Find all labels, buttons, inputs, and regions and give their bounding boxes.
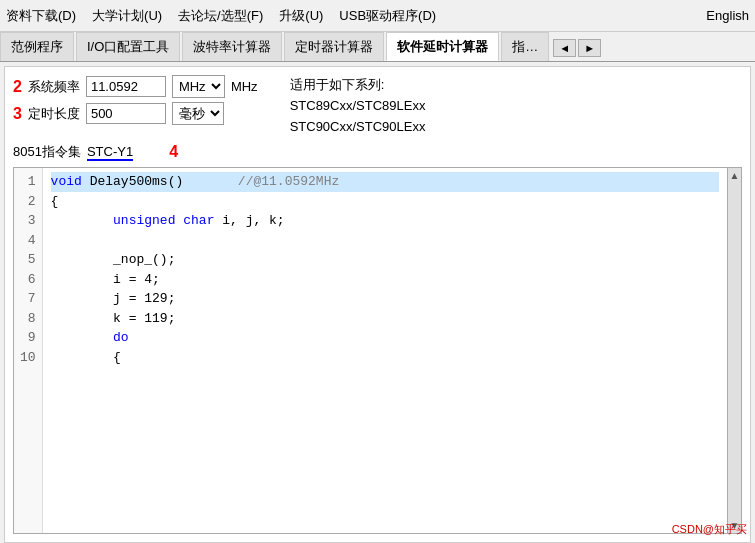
menu-usb[interactable]: USB驱动程序(D) xyxy=(339,7,436,25)
code-line-2: { xyxy=(51,192,719,212)
series-line-2: STC90Cxx/STC90LExx xyxy=(290,117,426,138)
config-right: 适用于如下系列: STC89Cxx/STC89LExx STC90Cxx/STC… xyxy=(270,75,426,137)
annot-2: 2 xyxy=(13,78,22,96)
timer-label: 定时长度 xyxy=(28,105,80,123)
isa-label: 8051指令集 xyxy=(13,143,81,161)
menu-upgrade[interactable]: 升级(U) xyxy=(279,7,323,25)
freq-label: 系统频率 xyxy=(28,78,80,96)
tab-more[interactable]: 指… xyxy=(501,32,549,61)
menubar: 资料下载(D) 大学计划(U) 去论坛/选型(F) 升级(U) USB驱动程序(… xyxy=(0,0,755,32)
code-line-8: k = 119; xyxy=(51,309,719,329)
tab-examples[interactable]: 范例程序 xyxy=(0,32,74,61)
timer-row: 3 定时长度 毫秒 xyxy=(13,102,258,125)
code-content[interactable]: void Delay500ms() //@11.0592MHz{ unsigne… xyxy=(43,168,727,533)
freq-input[interactable] xyxy=(86,76,166,97)
freq-row: 2 系统频率 MHz MHz xyxy=(13,75,258,98)
code-line-4 xyxy=(51,231,719,251)
config-left: 2 系统频率 MHz MHz 3 定时长度 毫秒 xyxy=(13,75,258,137)
code-line-10: { xyxy=(51,348,719,368)
menu-forum[interactable]: 去论坛/选型(F) xyxy=(178,7,263,25)
menu-download[interactable]: 资料下载(D) xyxy=(6,7,76,25)
code-line-3: unsigned char i, j, k; xyxy=(51,211,719,231)
main-content: 2 系统频率 MHz MHz 3 定时长度 毫秒 xyxy=(4,66,751,543)
scroll-up-arrow[interactable]: ▲ xyxy=(730,170,740,181)
menu-university[interactable]: 大学计划(U) xyxy=(92,7,162,25)
line-numbers: 12345678910 xyxy=(14,168,43,533)
annot-4: 4 xyxy=(169,143,178,161)
isa-row: 8051指令集 STC-Y1 4 xyxy=(13,143,742,161)
tab-next-button[interactable]: ► xyxy=(578,39,601,57)
tab-prev-button[interactable]: ◄ xyxy=(553,39,576,57)
code-line-7: j = 129; xyxy=(51,289,719,309)
code-line-6: i = 4; xyxy=(51,270,719,290)
tabs-row: 范例程序 I/O口配置工具 波特率计算器 定时器计算器 软件延时计算器 指… ◄… xyxy=(0,32,755,62)
scroll-down-arrow[interactable]: ▼ xyxy=(730,520,740,531)
freq-unit-select[interactable]: MHz xyxy=(172,75,225,98)
code-line-1: void Delay500ms() //@11.0592MHz xyxy=(51,172,719,192)
series-label: 适用于如下系列: xyxy=(290,75,426,96)
tab-timer-calc[interactable]: 定时器计算器 xyxy=(284,32,384,61)
timer-input[interactable] xyxy=(86,103,166,124)
code-area: 12345678910 void Delay500ms() //@11.0592… xyxy=(13,167,742,534)
tab-delay-calc[interactable]: 软件延时计算器 xyxy=(386,32,499,61)
tab-io-config[interactable]: I/O口配置工具 xyxy=(76,32,180,61)
timer-unit-select[interactable]: 毫秒 xyxy=(172,102,224,125)
scroll-indicator: ▲ ▼ xyxy=(727,168,741,533)
series-line-1: STC89Cxx/STC89LExx xyxy=(290,96,426,117)
isa-value: STC-Y1 xyxy=(87,144,133,161)
config-section: 2 系统频率 MHz MHz 3 定时长度 毫秒 xyxy=(13,75,742,137)
annot-3: 3 xyxy=(13,105,22,123)
menu-english[interactable]: English xyxy=(706,8,749,23)
tab-baud-calc[interactable]: 波特率计算器 xyxy=(182,32,282,61)
freq-unit-label: MHz xyxy=(231,79,258,94)
code-line-5: _nop_(); xyxy=(51,250,719,270)
code-line-9: do xyxy=(51,328,719,348)
